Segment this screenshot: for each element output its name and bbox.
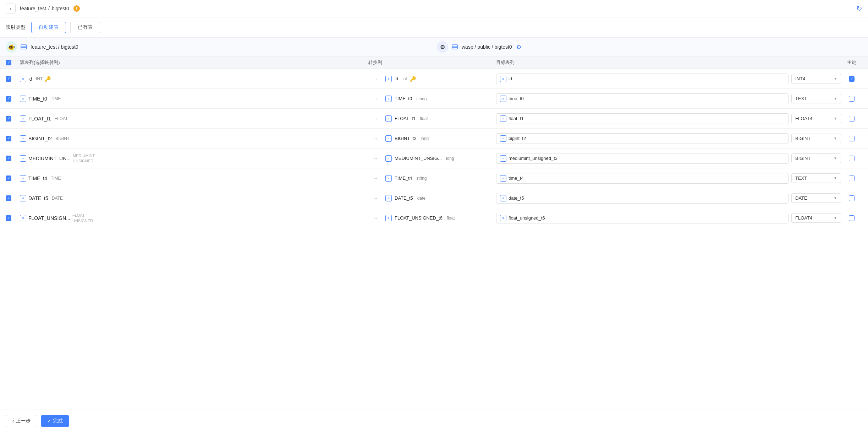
- source-col-name: BIGINT_t2: [28, 136, 52, 141]
- target-col-name: time_t4: [509, 176, 524, 181]
- pk-checkbox[interactable]: [849, 136, 855, 141]
- source-avatar: 🐠: [6, 41, 17, 53]
- source-cell: ≡ id INT 🔑: [20, 76, 365, 82]
- table-row: ✓ ≡ DATE_t5 DATE → ≡ DATE_t5 date ≡ date…: [0, 188, 868, 208]
- target-cell: ≡ float_unsigned_t6 FLOAT4 ▼: [493, 213, 841, 223]
- source-cell: ≡ DATE_t5 DATE: [20, 195, 365, 201]
- info-icon: !: [73, 5, 80, 12]
- transform-table-icon: ≡: [385, 135, 392, 142]
- row-check-cell[interactable]: ✓: [6, 156, 20, 161]
- target-name-input[interactable]: ≡ time_t4: [496, 173, 789, 184]
- key-icon: 🔑: [45, 76, 51, 82]
- target-type-select[interactable]: FLOAT4 ▼: [791, 213, 841, 223]
- tab-auto-create[interactable]: 自动建表: [31, 22, 66, 33]
- target-path: wasp / public / bigtest0: [462, 44, 512, 50]
- target-cell: ≡ float_t1 FLOAT4 ▼: [493, 113, 841, 124]
- target-table-icon: ≡: [500, 195, 506, 201]
- target-name-input[interactable]: ≡ float_t1: [496, 113, 789, 124]
- target-settings-icon[interactable]: ⚙: [516, 44, 521, 50]
- select-all-check-box[interactable]: ✓: [6, 60, 11, 65]
- target-type-select[interactable]: TEXT ▼: [791, 94, 841, 103]
- row-checkbox[interactable]: ✓: [6, 195, 11, 201]
- row-checkbox[interactable]: ✓: [6, 76, 11, 82]
- pk-cell[interactable]: ✓: [841, 76, 862, 82]
- target-type-select[interactable]: FLOAT4 ▼: [791, 114, 841, 123]
- transform-table-icon: ≡: [385, 215, 392, 221]
- transform-col-name: FLOAT_t1: [395, 116, 416, 121]
- target-type-value: DATE: [795, 195, 807, 201]
- pk-cell[interactable]: [841, 176, 862, 181]
- target-type-select[interactable]: BIGINT ▼: [791, 153, 841, 163]
- pk-checkbox[interactable]: ✓: [849, 76, 855, 82]
- target-cell: ≡ time_t0 TEXT ▼: [493, 93, 841, 104]
- target-type-value: INT4: [795, 76, 805, 81]
- target-type-select[interactable]: TEXT ▼: [791, 173, 841, 183]
- transform-col-name: TIME_t4: [395, 176, 412, 181]
- target-col-name: bigint_t2: [509, 136, 526, 141]
- chevron-down-icon: ▼: [834, 196, 837, 200]
- transform-col-type: date: [417, 196, 425, 201]
- row-check-cell[interactable]: ✓: [6, 136, 20, 141]
- mapping-type-bar: 映射类型 自动建表 已有表: [0, 17, 868, 38]
- row-check-cell[interactable]: ✓: [6, 176, 20, 181]
- pk-checkbox[interactable]: [849, 215, 855, 221]
- pk-cell[interactable]: [841, 215, 862, 221]
- chevron-down-icon: ▼: [834, 117, 837, 120]
- back-button[interactable]: ‹: [6, 4, 16, 14]
- pk-checkbox[interactable]: [849, 156, 855, 161]
- source-col-name: id: [28, 76, 32, 82]
- pk-checkbox[interactable]: [849, 116, 855, 122]
- source-table-icon: ≡: [20, 96, 26, 102]
- transform-table-icon: ≡: [385, 96, 392, 102]
- pk-checkbox[interactable]: [849, 96, 855, 102]
- breadcrumb-sep: /: [48, 6, 50, 11]
- row-check-cell[interactable]: ✓: [6, 195, 20, 201]
- pk-checkbox[interactable]: [849, 195, 855, 201]
- table-row: ✓ ≡ MEDIUMINT_UN... MEDIUMINTUNSIGNED → …: [0, 148, 868, 168]
- row-checkbox[interactable]: ✓: [6, 136, 11, 141]
- target-type-select[interactable]: DATE ▼: [791, 193, 841, 203]
- breadcrumb-bigtest: bigtest0: [52, 6, 69, 11]
- mapping-type-label: 映射类型: [6, 24, 26, 31]
- pk-cell[interactable]: [841, 195, 862, 201]
- target-name-input[interactable]: ≡ date_t5: [496, 193, 789, 204]
- target-name-input[interactable]: ≡ float_unsigned_t6: [496, 213, 789, 223]
- target-name-input[interactable]: ≡ id: [496, 74, 789, 84]
- source-table-icon: ≡: [20, 115, 26, 122]
- target-name-input[interactable]: ≡ mediumint_unsigned_t3: [496, 153, 789, 164]
- target-type-select[interactable]: BIGINT ▼: [791, 134, 841, 143]
- target-name-input[interactable]: ≡ bigint_t2: [496, 133, 789, 144]
- target-table-icon: ≡: [500, 76, 506, 82]
- refresh-icon[interactable]: ↻: [856, 4, 862, 13]
- row-checkbox[interactable]: ✓: [6, 156, 11, 161]
- row-check-cell[interactable]: ✓: [6, 76, 20, 82]
- row-checkbox[interactable]: ✓: [6, 116, 11, 122]
- transform-table-icon: ≡: [385, 115, 392, 122]
- row-checkbox[interactable]: ✓: [6, 96, 11, 102]
- chevron-down-icon: ▼: [834, 136, 837, 140]
- transform-cell: → ≡ FLOAT_t1 float: [365, 115, 493, 122]
- tab-existing-table[interactable]: 已有表: [70, 22, 100, 33]
- pk-cell[interactable]: [841, 156, 862, 161]
- target-col-name: date_t5: [509, 195, 524, 201]
- row-checkbox[interactable]: ✓: [6, 176, 11, 181]
- source-table-icon: ≡: [20, 215, 26, 221]
- arrow-icon: →: [368, 156, 383, 161]
- pk-cell[interactable]: [841, 136, 862, 141]
- row-check-cell[interactable]: ✓: [6, 215, 20, 221]
- select-all-checkbox[interactable]: ✓: [6, 60, 20, 65]
- table-row: ✓ ≡ FLOAT_t1 FLOAT → ≡ FLOAT_t1 float ≡ …: [0, 109, 868, 129]
- row-checkbox[interactable]: ✓: [6, 215, 11, 221]
- row-check-cell[interactable]: ✓: [6, 116, 20, 122]
- target-name-input[interactable]: ≡ time_t0: [496, 93, 789, 104]
- transform-col-name: BIGINT_t2: [395, 136, 416, 141]
- breadcrumb-feature: feature_test: [20, 6, 46, 11]
- row-check-cell[interactable]: ✓: [6, 96, 20, 102]
- pk-cell[interactable]: [841, 96, 862, 102]
- transform-cell: → ≡ DATE_t5 date: [365, 195, 493, 201]
- target-avatar: ⚙: [437, 41, 448, 53]
- pk-cell[interactable]: [841, 116, 862, 122]
- target-type-select[interactable]: INT4 ▼: [791, 74, 841, 83]
- pk-checkbox[interactable]: [849, 176, 855, 181]
- source-cell: ≡ TIME_t4 TIME: [20, 175, 365, 182]
